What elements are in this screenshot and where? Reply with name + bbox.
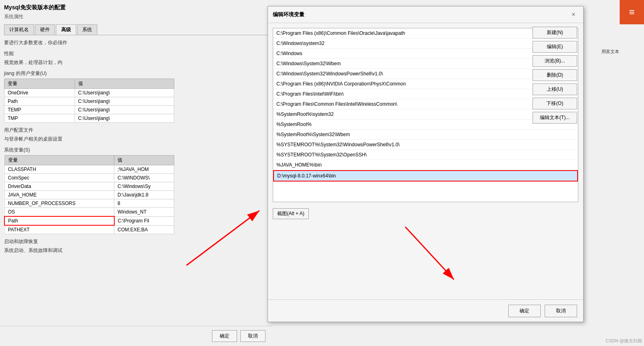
sys-var-value: Windows_NT — [114, 208, 174, 217]
user-var-value: C:\Users\jiang\ — [75, 106, 174, 114]
watermark: CSDN @微京归期 — [606, 338, 642, 344]
startup-section: 启动和故障恢复 系统启动、系统故障和调试 — [4, 238, 267, 254]
user-profile-desc: 与登录帐户相关的桌面设置 — [4, 136, 267, 143]
top-right-menu-button[interactable]: ≡ — [620, 0, 644, 24]
browse-button[interactable]: 浏览(B)... — [533, 55, 577, 67]
move-down-button[interactable]: 下移(O) — [533, 98, 577, 109]
user-var-value: C:\Users\jiang\ — [75, 114, 174, 123]
delete-button[interactable]: 删除(D) — [533, 69, 577, 81]
sys-vars-row[interactable]: NUMBER_OF_PROCESSORS8 — [4, 199, 174, 208]
right-caption: 用富文本 — [601, 49, 642, 55]
startup-desc: 系统启动、系统故障和调试 — [4, 247, 267, 254]
screenshot-button[interactable]: 截图(Alt + A) — [273, 208, 309, 219]
user-var-name: Path — [4, 97, 75, 106]
user-profile-label: 用户配置文件 — [4, 127, 267, 134]
perf-label: 性能 — [4, 50, 267, 57]
sys-var-name: ComSpec — [4, 174, 114, 182]
dialog-ok-button[interactable]: 确定 — [508, 305, 541, 317]
dialog-title: 编辑环境变量 — [273, 11, 304, 18]
startup-label: 启动和故障恢复 — [4, 238, 267, 245]
path-list-item[interactable]: %JAVA_HOME%\bin — [273, 160, 578, 170]
sys-vars-row[interactable]: ComSpecC:\WINDOWS\ — [4, 174, 174, 182]
tab-advanced[interactable]: 高级 — [56, 24, 76, 35]
sys-var-value: D:\Java\jdk1.8 — [114, 191, 174, 199]
dialog-footer: 确定 取消 — [268, 299, 583, 322]
dialog-content: C:\Program Files (x86)\Common Files\Orac… — [268, 23, 583, 298]
tab-computer-name[interactable]: 计算机名 — [4, 24, 34, 35]
dialog-title-bar: 编辑环境变量 × — [268, 6, 583, 23]
tab-hardware[interactable]: 硬件 — [35, 24, 55, 35]
sys-var-name: DriverData — [4, 182, 114, 191]
sys-var-name: NUMBER_OF_PROCESSORS — [4, 199, 114, 208]
sys-cancel-button[interactable]: 取消 — [240, 330, 265, 342]
user-vars-table: 变量 值 OneDriveC:\Users\jiang\PathC:\Users… — [4, 79, 174, 123]
right-buttons-panel: 新建(N) 编辑(E) 浏览(B)... 删除(D) 上移(U) 下移(O) 编… — [533, 27, 577, 124]
user-col-var: 变量 — [4, 79, 75, 89]
sys-col-val: 值 — [114, 156, 174, 165]
sys-vars-row[interactable]: PATHEXTCOM;EXE;BA — [4, 225, 174, 234]
dialog-close-button[interactable]: × — [569, 10, 578, 19]
user-vars-title: jiang 的用户变量(U) — [4, 70, 267, 77]
bg-title: Mysql免安装版本的配置 — [4, 4, 267, 11]
edit-text-button[interactable]: 编辑文本(T)... — [533, 112, 577, 124]
sys-var-name: JAVA_HOME — [4, 191, 114, 199]
sys-var-value: C:\Program Fil — [114, 216, 174, 225]
sys-vars-title: 系统变量(S) — [4, 147, 267, 154]
sys-var-name: PATHEXT — [4, 225, 114, 234]
sys-vars-row[interactable]: CLASSPATH;%JAVA_HOM — [4, 165, 174, 174]
bg-subtitle: 系统属性 — [4, 13, 267, 20]
sys-vars-section: 系统变量(S) 变量 值 CLASSPATH;%JAVA_HOMComSpecC… — [4, 147, 267, 234]
user-profile-section: 用户配置文件 与登录帐户相关的桌面设置 — [4, 127, 267, 143]
sys-var-name: OS — [4, 208, 114, 217]
user-var-name: OneDrive — [4, 89, 75, 97]
sys-var-value: C:\Windows\Sy — [114, 182, 174, 191]
user-vars-row[interactable]: TMPC:\Users\jiang\ — [4, 114, 174, 123]
performance-section: 性能 视觉效果，处理器计划，内 — [4, 50, 267, 66]
edit-button[interactable]: 编辑(E) — [533, 41, 577, 53]
tab-system[interactable]: 系统 — [77, 24, 97, 35]
sys-var-value: COM;EXE;BA — [114, 225, 174, 234]
user-var-name: TMP — [4, 114, 75, 123]
tabs-row: 计算机名 硬件 高级 系统 — [4, 24, 267, 35]
sys-vars-table: 变量 值 CLASSPATH;%JAVA_HOMComSpecC:\WINDOW… — [4, 155, 174, 234]
edit-env-dialog: 编辑环境变量 × C:\Program Files (x86)\Common F… — [267, 6, 584, 322]
user-vars-row[interactable]: PathC:\Users\jiang\ — [4, 97, 174, 106]
user-vars-row[interactable]: OneDriveC:\Users\jiang\ — [4, 89, 174, 97]
user-vars-row[interactable]: TEMPC:\Users\jiang\ — [4, 106, 174, 114]
user-vars-section: jiang 的用户变量(U) 变量 值 OneDriveC:\Users\jia… — [4, 70, 267, 123]
new-button[interactable]: 新建(N) — [533, 27, 577, 38]
system-properties-panel: Mysql免安装版本的配置 系统属性 计算机名 硬件 高级 系统 要进行大多数更… — [0, 0, 272, 346]
user-var-value: C:\Users\jiang\ — [75, 89, 174, 97]
user-var-name: TEMP — [4, 106, 75, 114]
path-list-item[interactable]: %SYSTEMROOT%\System32\WindowsPowerShell\… — [273, 140, 578, 150]
path-list-item[interactable]: %SystemRoot%\System32\Wbem — [273, 130, 578, 140]
path-list-item[interactable]: D:\mysql-8.0.17-winx64\bin — [273, 170, 578, 182]
move-up-button[interactable]: 上移(U) — [533, 83, 577, 95]
user-var-value: C:\Users\jiang\ — [75, 97, 174, 106]
section-description: 要进行大多数更改，你必须作 — [4, 39, 267, 46]
path-list-item[interactable]: %SYSTEMROOT%\System32\OpenSSH\ — [273, 150, 578, 160]
sys-var-value: C:\WINDOWS\ — [114, 174, 174, 182]
sys-col-var: 变量 — [4, 156, 114, 165]
sys-vars-row[interactable]: DriverDataC:\Windows\Sy — [4, 182, 174, 191]
sys-vars-row[interactable]: PathC:\Program Fil — [4, 216, 174, 225]
sys-var-name: CLASSPATH — [4, 165, 114, 174]
sys-ok-button[interactable]: 确定 — [212, 330, 237, 342]
user-col-val: 值 — [75, 79, 174, 89]
dialog-cancel-button[interactable]: 取消 — [545, 305, 577, 317]
perf-desc: 视觉效果，处理器计划，内 — [4, 59, 267, 66]
right-caption-text: 用富文本 — [601, 49, 619, 54]
sys-vars-row[interactable]: OSWindows_NT — [4, 208, 174, 217]
sys-footer: 确定 取消 — [0, 326, 272, 346]
sys-var-value: ;%JAVA_HOM — [114, 165, 174, 174]
sys-var-name: Path — [4, 216, 114, 225]
sys-var-value: 8 — [114, 199, 174, 208]
sys-vars-row[interactable]: JAVA_HOMED:\Java\jdk1.8 — [4, 191, 174, 199]
